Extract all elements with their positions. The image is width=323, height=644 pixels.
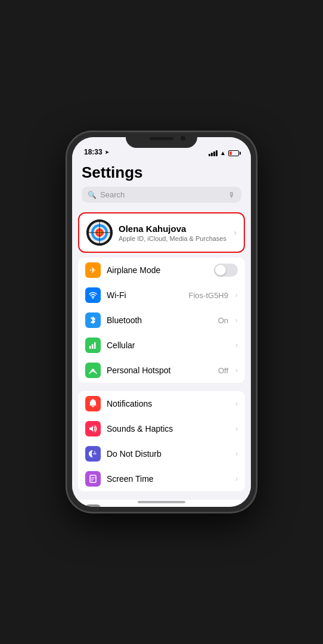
svg-rect-11: [94, 342, 96, 349]
profile-subtitle: Apple ID, iCloud, Media & Purchases: [119, 235, 228, 242]
hotspot-chevron: ›: [235, 366, 238, 374]
search-bar[interactable]: 🔍 Search 🎙: [82, 187, 241, 203]
bluetooth-icon: [85, 312, 101, 328]
profile-chevron: ›: [234, 228, 237, 237]
notifications-icon: [85, 396, 101, 411]
dnd-row[interactable]: Do Not Disturb ›: [78, 441, 245, 466]
sounds-chevron: ›: [235, 425, 238, 433]
phone-frame: 18:33 ➤ ▲: [66, 131, 257, 513]
mic-icon: 🎙: [228, 191, 235, 199]
bluetooth-row[interactable]: Bluetooth On ›: [78, 308, 245, 333]
profile-row[interactable]: Olena Kahujova Apple ID, iCloud, Media &…: [78, 212, 245, 253]
airplane-mode-row[interactable]: ✈ Airplane Mode: [78, 258, 245, 283]
camera: [181, 136, 185, 141]
wifi-chevron: ›: [235, 291, 238, 299]
hotspot-label: Personal Hotspot: [107, 366, 212, 375]
svg-rect-9: [89, 346, 91, 349]
sounds-row[interactable]: Sounds & Haptics ›: [78, 416, 245, 441]
svg-point-8: [92, 298, 94, 299]
bluetooth-value: On: [218, 316, 228, 325]
bluetooth-label: Bluetooth: [107, 315, 212, 325]
settings-header: Settings 🔍 Search 🎙: [72, 159, 251, 208]
wifi-value: Fios-tG5H9: [189, 291, 228, 300]
notch: [126, 132, 197, 148]
connectivity-section: ✈ Airplane Mode: [72, 258, 251, 383]
settings-content: Settings 🔍 Search 🎙: [72, 159, 251, 507]
location-icon: ➤: [105, 150, 109, 155]
hotspot-icon: [85, 363, 101, 378]
hotspot-row[interactable]: Personal Hotspot Off ›: [78, 358, 245, 383]
wifi-icon: [85, 287, 101, 303]
dnd-label: Do Not Disturb: [107, 449, 229, 459]
dnd-icon: [85, 446, 101, 462]
cellular-row[interactable]: Cellular ›: [78, 333, 245, 358]
toggle-thumb: [215, 265, 226, 275]
wifi-row[interactable]: Wi-Fi Fios-tG5H9 ›: [78, 283, 245, 308]
cellular-label: Cellular: [107, 340, 229, 350]
sounds-label: Sounds & Haptics: [107, 424, 229, 434]
profile-name: Olena Kahujova: [119, 224, 228, 234]
hotspot-value: Off: [218, 366, 228, 375]
svg-point-13: [92, 399, 94, 400]
profile-avatar-icon: [86, 219, 113, 246]
svg-point-14: [94, 451, 95, 453]
bluetooth-chevron: ›: [235, 316, 238, 324]
notifications-section: Notifications › Sounds & Haptics: [72, 391, 251, 491]
connectivity-list: ✈ Airplane Mode: [78, 258, 245, 383]
screentime-row[interactable]: Screen Time ›: [78, 466, 245, 491]
home-indicator: [138, 501, 185, 503]
signal-icon: [209, 150, 218, 156]
screentime-icon: [85, 471, 101, 487]
notifications-list: Notifications › Sounds & Haptics: [78, 391, 245, 491]
screentime-label: Screen Time: [107, 474, 229, 484]
notifications-row[interactable]: Notifications ›: [78, 391, 245, 416]
search-icon: 🔍: [88, 191, 97, 199]
cellular-icon: [85, 338, 101, 353]
cellular-chevron: ›: [235, 341, 238, 349]
airplane-icon: ✈: [85, 262, 101, 278]
battery-icon: [228, 150, 239, 156]
avatar: [86, 219, 113, 246]
sounds-icon: [85, 421, 101, 436]
wifi-label: Wi-Fi: [107, 290, 183, 300]
page-title: Settings: [82, 163, 241, 182]
status-icons: ▲: [209, 150, 239, 156]
phone-screen: 18:33 ➤ ▲: [72, 137, 251, 507]
wifi-status-icon: ▲: [220, 150, 226, 156]
screentime-chevron: ›: [235, 475, 238, 483]
notifications-label: Notifications: [107, 399, 229, 408]
notifications-chevron: ›: [235, 400, 238, 408]
status-time: 18:33 ➤: [84, 148, 109, 156]
airplane-mode-toggle[interactable]: [214, 264, 238, 277]
dnd-chevron: ›: [235, 450, 238, 458]
search-input[interactable]: Search: [100, 190, 225, 199]
time-display: 18:33: [84, 148, 103, 156]
airplane-mode-label: Airplane Mode: [107, 265, 208, 275]
profile-info: Olena Kahujova Apple ID, iCloud, Media &…: [119, 224, 228, 242]
general-icon: [85, 504, 101, 507]
svg-rect-10: [92, 344, 94, 349]
speaker: [150, 137, 173, 140]
